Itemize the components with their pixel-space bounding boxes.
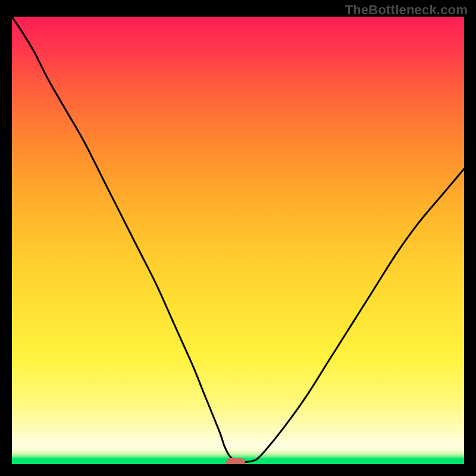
plot-area [12, 17, 464, 464]
gradient-background [12, 17, 464, 464]
watermark-text: TheBottleneck.com [345, 2, 468, 18]
chart-frame: TheBottleneck.com [0, 0, 476, 476]
optimal-marker [226, 458, 245, 464]
